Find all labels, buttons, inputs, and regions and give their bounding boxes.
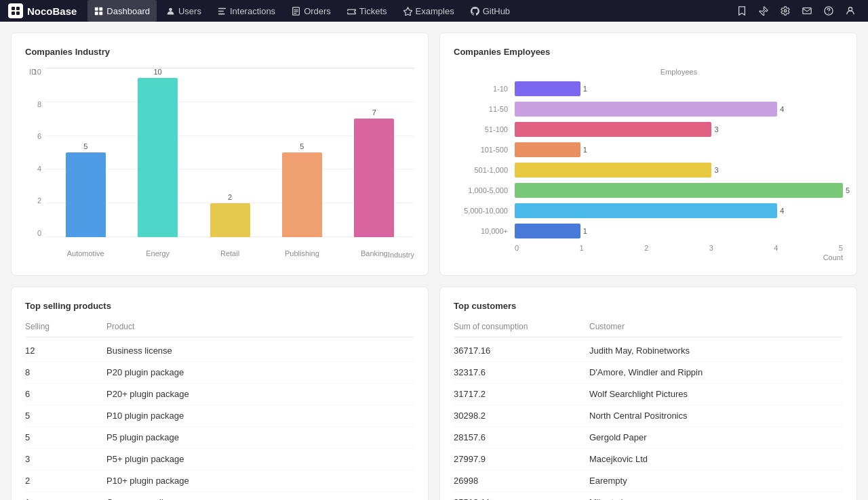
navbar: NocoBase Dashboard Users Interactions Or… [0,0,868,22]
h-bar-row: 51-100 3 [454,122,843,137]
nav-tickets-label: Tickets [359,6,387,16]
customer-table: 36717.16Judith May, Robinetworks32317.6D… [454,340,843,500]
logo-icon [8,3,23,18]
y-tick-8: 8 [25,100,41,108]
table-row: 3P5+ plugin package [25,449,414,470]
h-bar-row: 101-500 1 [454,142,843,157]
svg-rect-10 [218,10,224,12]
table-row: 8P20 plugin package [25,362,414,383]
industry-bars: 5 10 2 5 [45,68,414,237]
nav-users-label: Users [178,6,201,16]
nav-examples-label: Examples [416,6,454,16]
bar-banking: 7 [341,68,408,237]
svg-rect-15 [294,12,296,13]
h-bar-row: 1-10 1 [454,81,843,96]
top-customers-title: Top customers [454,301,843,311]
companies-industry-card: Companies Industry 0 2 4 6 8 10 [11,33,429,276]
y-tick-0: 0 [25,229,41,237]
table-row: 26998Earempty [454,470,843,492]
col-customer-header: Customer [589,322,843,331]
table-row: 32317.6D'Amore, Windler and Rippin [454,362,843,383]
y-tick-6: 6 [25,132,41,140]
companies-employees-card: Companies Employees Employees 1-10 1 11-… [439,33,857,276]
nav-dashboard-label: Dashboard [106,6,150,16]
h-bar-row: 1,000-5,000 5 [454,183,843,198]
table-row: 12Business license [25,340,414,362]
svg-rect-4 [95,7,98,10]
table-row: 28157.6Gergold Paper [454,427,843,449]
h-bar-row: 5,000-10,000 4 [454,203,843,218]
bar-automotive: 5 [52,68,119,237]
svg-rect-11 [218,13,225,14]
settings-icon[interactable] [776,1,795,20]
table-row: 30298.2North Central Positronics [454,405,843,427]
count-axis-label: Count [454,253,843,262]
table-row: 5P5 plugin package [25,427,414,449]
nav-github-label: GitHub [483,6,510,16]
svg-rect-0 [12,7,15,10]
help-icon[interactable] [819,1,838,20]
table-row: 5P10 plugin package [25,405,414,427]
h-bar-row: 11-50 4 [454,102,843,117]
h-bar-row: 10,000+ 1 [454,224,843,238]
svg-rect-2 [12,12,15,15]
svg-point-19 [848,7,852,11]
bookmark-icon[interactable] [732,1,751,20]
bar-energy: 10 [124,68,191,237]
nav-users[interactable]: Users [159,0,208,22]
bar-retail: 2 [197,68,263,237]
table-row: 1Open source license [25,492,414,500]
col-sum-header: Sum of consumption [454,322,589,331]
table-row: 27997.9Macejkovic Ltd [454,449,843,470]
nav-examples[interactable]: Examples [397,0,461,22]
selling-table: 12Business license8P20 plugin package6P2… [25,340,414,500]
nav-tickets[interactable]: Tickets [340,0,394,22]
svg-rect-13 [294,9,298,10]
nav-interactions-label: Interactions [230,6,275,16]
companies-employees-title: Companies Employees [454,47,843,57]
employees-axis-label: Employees [454,68,843,76]
table-row: 25513.11Miberty Images [454,492,843,500]
table-row: 2P10+ plugin package [25,470,414,492]
nav-orders-label: Orders [304,6,331,16]
table-row: 36717.16Judith May, Robinetworks [454,340,843,362]
nav-interactions[interactable]: Interactions [211,0,282,22]
mail-icon[interactable] [797,1,816,20]
industry-x-labels: Automotive Energy Retail Publishing Bank… [45,249,414,257]
nav-action-icons [732,1,860,20]
h-axis: 0 1 2 3 4 5 [454,244,843,252]
col-product-header: Product [106,322,414,331]
svg-point-8 [169,7,172,11]
employee-bars: 1-10 1 11-50 4 51-100 3 101-500 1 501-1,… [454,81,843,238]
y-axis-label: ID [29,68,37,76]
logo-text: NocoBase [27,5,77,17]
nav-orders[interactable]: Orders [285,0,338,22]
h-bar-row: 501-1,000 3 [454,163,843,178]
svg-rect-16 [803,8,811,14]
top-selling-title: Top selling products [25,301,414,311]
user-icon[interactable] [841,1,860,20]
top-customers-header: Sum of consumption Customer [454,322,843,337]
nav-github[interactable]: GitHub [464,0,517,22]
svg-rect-7 [100,12,103,15]
top-selling-card: Top selling products Selling Product 12B… [11,287,429,500]
top-selling-header: Selling Product [25,322,414,337]
y-tick-2: 2 [25,196,41,205]
svg-rect-3 [16,12,20,15]
companies-industry-title: Companies Industry [25,47,414,57]
y-tick-4: 4 [25,165,41,173]
nav-dashboard[interactable]: Dashboard [87,0,157,22]
pin-icon[interactable] [754,1,773,20]
svg-rect-6 [95,12,98,15]
logo[interactable]: NocoBase [8,3,77,18]
col-selling-header: Selling [25,322,106,331]
x-axis-label: Industry [388,251,414,259]
main-content: Companies Industry 0 2 4 6 8 10 [0,22,868,500]
bar-publishing: 5 [269,68,335,237]
table-row: 31717.2Wolf Searchlight Pictures [454,383,843,405]
svg-rect-14 [294,11,298,12]
top-customers-card: Top customers Sum of consumption Custome… [439,287,857,500]
svg-rect-5 [100,7,103,10]
table-row: 6P20+ plugin package [25,383,414,405]
svg-rect-1 [16,7,20,10]
